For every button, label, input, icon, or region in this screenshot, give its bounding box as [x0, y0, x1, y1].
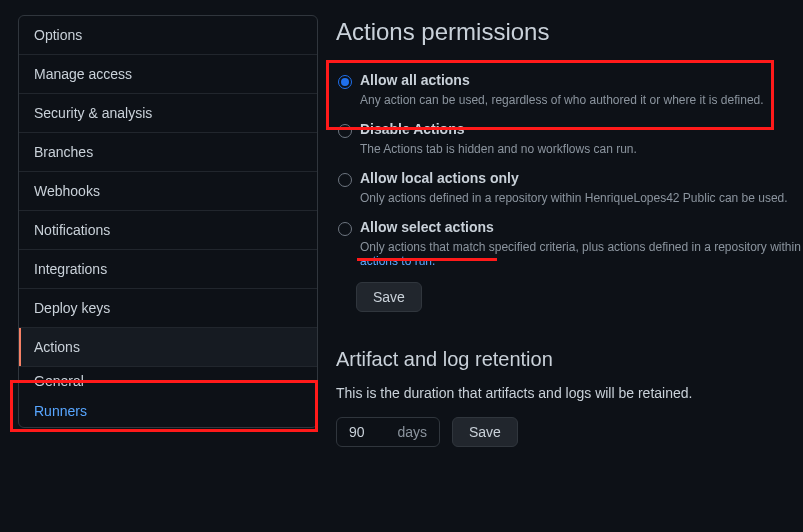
retention-days-value: 90 [349, 424, 365, 440]
sidebar-sub-label: Runners [34, 403, 87, 419]
radio-label: Disable Actions [360, 121, 465, 137]
sidebar-sub-general[interactable]: General [19, 367, 317, 397]
highlight-underline-select-actions [357, 258, 497, 261]
radio-select-actions[interactable] [338, 222, 352, 236]
sidebar-item-label: Deploy keys [34, 300, 110, 316]
retention-title: Artifact and log retention [336, 348, 803, 371]
radio-desc: Only actions that match specified criter… [336, 240, 803, 268]
sidebar-item-label: Actions [34, 339, 80, 355]
save-retention-button[interactable]: Save [452, 417, 518, 447]
option-allow-all[interactable]: Allow all actions [336, 72, 803, 89]
radio-label: Allow all actions [360, 72, 470, 88]
sidebar-item-branches[interactable]: Branches [19, 133, 317, 172]
sidebar-item-webhooks[interactable]: Webhooks [19, 172, 317, 211]
sidebar-item-label: Options [34, 27, 82, 43]
sidebar-item-label: Integrations [34, 261, 107, 277]
radio-local-only[interactable] [338, 173, 352, 187]
page-title: Actions permissions [336, 18, 803, 46]
sidebar-sub-label: General [34, 373, 84, 389]
save-permissions-button[interactable]: Save [356, 282, 422, 312]
sidebar-item-label: Webhooks [34, 183, 100, 199]
radio-label: Allow select actions [360, 219, 494, 235]
radio-allow-all[interactable] [338, 75, 352, 89]
sidebar-item-label: Notifications [34, 222, 110, 238]
radio-desc: The Actions tab is hidden and no workflo… [336, 142, 803, 156]
retention-days-input[interactable]: 90 days [336, 417, 440, 447]
radio-label: Allow local actions only [360, 170, 519, 186]
main-content: Actions permissions Allow all actions An… [318, 0, 803, 532]
sidebar-item-options[interactable]: Options [19, 16, 317, 55]
sidebar-item-manage-access[interactable]: Manage access [19, 55, 317, 94]
sidebar-item-deploy-keys[interactable]: Deploy keys [19, 289, 317, 328]
sidebar-item-integrations[interactable]: Integrations [19, 250, 317, 289]
sidebar-item-label: Manage access [34, 66, 132, 82]
retention-desc: This is the duration that artifacts and … [336, 385, 803, 401]
retention-controls: 90 days Save [336, 417, 803, 447]
sidebar-item-label: Branches [34, 144, 93, 160]
radio-desc: Any action can be used, regardless of wh… [336, 93, 803, 107]
sidebar-item-notifications[interactable]: Notifications [19, 211, 317, 250]
radio-disable[interactable] [338, 124, 352, 138]
sidebar-item-label: Security & analysis [34, 105, 152, 121]
option-select-actions[interactable]: Allow select actions [336, 219, 803, 236]
select-actions-link[interactable]: actions to run. [360, 254, 435, 268]
sidebar-item-actions[interactable]: Actions [19, 328, 317, 367]
radio-desc: Only actions defined in a repository wit… [336, 191, 803, 205]
radio-desc-text: Only actions that match specified criter… [360, 240, 801, 254]
option-disable[interactable]: Disable Actions [336, 121, 803, 138]
sidebar-item-security-analysis[interactable]: Security & analysis [19, 94, 317, 133]
option-local-only[interactable]: Allow local actions only [336, 170, 803, 187]
retention-days-unit: days [397, 424, 427, 440]
actions-permissions-group: Allow all actions Any action can be used… [336, 72, 803, 268]
sidebar-sub-runners[interactable]: Runners [19, 397, 317, 427]
settings-sidebar: Options Manage access Security & analysi… [18, 15, 318, 428]
